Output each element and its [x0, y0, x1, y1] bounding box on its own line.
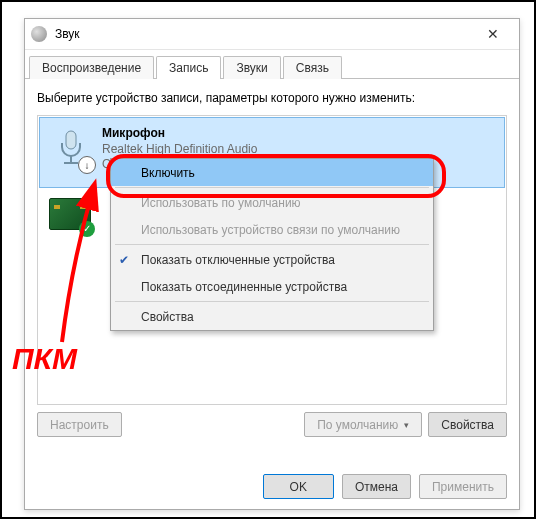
context-menu: Включить Использовать по умолчанию Испол…: [110, 158, 434, 331]
device-buttons: Настроить По умолчанию Свойства: [37, 412, 507, 437]
window-title: Звук: [55, 27, 473, 41]
cm-separator: [115, 244, 429, 245]
screenshot-frame: { "window": { "title": "Звук" }, "tabs":…: [0, 0, 536, 519]
cm-set-default: Использовать по умолчанию: [111, 189, 433, 216]
configure-button: Настроить: [37, 412, 122, 437]
properties-button[interactable]: Свойства: [428, 412, 507, 437]
apply-button: Применить: [419, 474, 507, 499]
soundcard-icon: ✓: [47, 189, 93, 235]
tab-sounds[interactable]: Звуки: [223, 56, 280, 79]
close-button[interactable]: ✕: [473, 26, 513, 42]
set-default-button: По умолчанию: [304, 412, 422, 437]
dialog-footer: OK Отмена Применить: [263, 474, 507, 499]
cm-properties[interactable]: Свойства: [111, 303, 433, 330]
microphone-icon: ↓: [48, 126, 94, 172]
cm-show-disconnected[interactable]: Показать отсоединенные устройства: [111, 273, 433, 300]
cm-separator: [115, 187, 429, 188]
tab-communications[interactable]: Связь: [283, 56, 342, 79]
device-name: Микрофон: [102, 126, 257, 142]
annotation-pkm-label: ПКМ: [12, 342, 77, 376]
cm-show-disabled[interactable]: Показать отключенные устройства: [111, 246, 433, 273]
cm-enable[interactable]: Включить: [111, 159, 433, 186]
svg-rect-0: [66, 131, 76, 149]
tab-recording[interactable]: Запись: [156, 56, 221, 79]
sound-cpl-icon: [31, 26, 47, 42]
cancel-button[interactable]: Отмена: [342, 474, 411, 499]
tabstrip: Воспроизведение Запись Звуки Связь: [25, 50, 519, 79]
tab-playback[interactable]: Воспроизведение: [29, 56, 154, 79]
titlebar: Звук ✕: [25, 19, 519, 50]
ok-button[interactable]: OK: [263, 474, 334, 499]
cm-separator: [115, 301, 429, 302]
instruction-text: Выберите устройство записи, параметры ко…: [37, 91, 507, 105]
cm-set-default-comm: Использовать устройство связи по умолчан…: [111, 216, 433, 243]
default-badge-icon: ✓: [79, 221, 95, 237]
disabled-badge-icon: ↓: [78, 156, 96, 174]
device-description: Realtek High Definition Audio: [102, 142, 257, 158]
